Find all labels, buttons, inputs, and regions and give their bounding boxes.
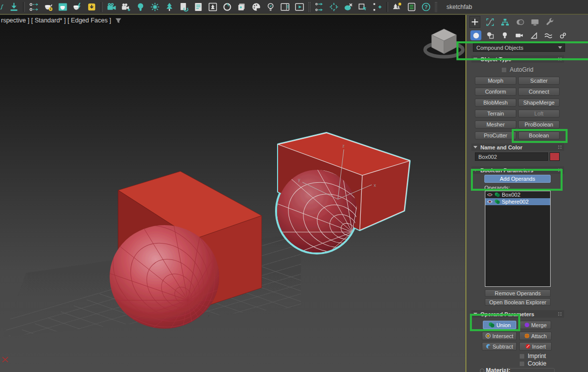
render-setup-icon[interactable] (43, 1, 54, 12)
intersect-label: Intersect (492, 333, 513, 339)
terrain-button[interactable]: Terrain (475, 110, 516, 118)
tab-hierarchy[interactable] (499, 16, 510, 28)
category-geometry[interactable] (470, 30, 481, 40)
quick-render-icon[interactable] (72, 1, 83, 12)
attach-label: Attach (531, 333, 547, 339)
viewport[interactable]: z x y rspective ] [ Standard* ] [ Edged … (0, 15, 466, 372)
proboolean-button[interactable]: ProBoolean (518, 121, 560, 128)
boolean-button[interactable]: Boolean (518, 131, 560, 139)
rollout-boolean-parameters[interactable]: Boolean Parameters (471, 166, 564, 174)
sun-icon[interactable] (149, 1, 160, 12)
category-lights[interactable] (499, 30, 510, 40)
autogrid-checkbox[interactable] (501, 67, 507, 73)
play-window-icon[interactable] (294, 1, 305, 12)
union-button[interactable]: Union (483, 321, 516, 329)
eye-icon[interactable] (487, 192, 493, 197)
tab-motion[interactable] (514, 16, 525, 28)
eye-icon[interactable] (487, 199, 493, 204)
category-cameras[interactable] (514, 30, 525, 40)
rendered-frame-window-icon[interactable] (57, 1, 68, 12)
state-sets-icon[interactable] (86, 1, 97, 12)
scatter-button[interactable]: Scatter (518, 77, 560, 85)
intersect-button[interactable]: Intersect (482, 332, 517, 340)
idea-bulb-icon[interactable] (265, 1, 276, 12)
ui-window-icon[interactable] (280, 1, 291, 12)
tree-icon[interactable] (164, 1, 175, 12)
rollout-name-and-color[interactable]: Name and Color (471, 143, 564, 151)
batch-render-icon[interactable] (178, 1, 189, 12)
viewport-scene[interactable]: z x y (0, 15, 465, 372)
notes-icon[interactable] (406, 1, 417, 12)
material-radio[interactable] (480, 369, 484, 372)
viewport-label[interactable]: rspective ] [ Standard* ] [ Edged Faces … (1, 17, 122, 24)
union-icon (488, 322, 495, 328)
rollout-title: Object Type (480, 56, 511, 62)
help-icon[interactable]: ? (421, 1, 432, 12)
mesher-button[interactable]: Mesher (475, 121, 516, 128)
tab-utilities[interactable] (544, 16, 555, 28)
open-boolean-explorer-button[interactable]: Open Boolean Explorer (485, 298, 551, 306)
operands-list[interactable]: Box002 Sphere002 (485, 191, 551, 287)
create-category-row (470, 30, 568, 40)
insert-button[interactable]: Insert (519, 342, 552, 351)
box-select-icon[interactable] (357, 1, 368, 12)
add-operands-button[interactable]: Add Operands (484, 175, 551, 183)
palette-icon[interactable] (251, 1, 262, 12)
procutter-button[interactable]: ProCutter (475, 131, 516, 139)
pixel-move-icon[interactable] (372, 1, 383, 12)
fire-ring-icon[interactable] (222, 1, 233, 12)
tab-create[interactable] (469, 16, 480, 28)
focus-target-icon[interactable] (328, 1, 339, 12)
imprint-checkbox[interactable] (519, 354, 525, 359)
conform-button[interactable]: Conform (475, 88, 516, 96)
autogrid-label: AutoGrid (510, 66, 533, 73)
category-shapes[interactable] (485, 30, 496, 40)
object-category-dropdown[interactable]: Compound Objects (473, 43, 565, 52)
rollout-object-type[interactable]: Object Type (471, 55, 564, 63)
operand-name: Sphere002 (502, 199, 529, 205)
layers-icon[interactable] (236, 1, 247, 12)
video-camera-icon[interactable] (106, 1, 117, 12)
tab-modify[interactable] (484, 16, 495, 28)
subtract-icon (486, 344, 491, 349)
light-bulb-icon[interactable] (135, 1, 146, 12)
subtract-button[interactable]: Subtract (482, 342, 517, 351)
insert-icon (525, 344, 531, 349)
toolbar-separator (101, 2, 103, 12)
cookie-checkbox[interactable] (519, 361, 525, 367)
category-spacewarps[interactable] (543, 30, 554, 40)
sphere-deform-icon[interactable] (343, 1, 354, 12)
rollout-arrow-icon (473, 169, 477, 171)
command-panel: Compound Objects Object Type AutoGrid Mo… (466, 15, 588, 372)
tab-display[interactable] (529, 16, 540, 28)
forest-alert-icon[interactable] (392, 1, 403, 12)
loft-button[interactable]: Loft (518, 110, 560, 118)
blobmesh-button[interactable]: BlobMesh (475, 99, 516, 107)
object-color-swatch[interactable] (550, 152, 560, 161)
shapemerge-button[interactable]: ShapeMerge (518, 99, 560, 107)
plant-box-icon[interactable] (207, 1, 218, 12)
operand-row-sphere002[interactable]: Sphere002 (485, 198, 550, 205)
transform-gizmo-icon[interactable] (314, 1, 325, 12)
snapshot-icon[interactable] (28, 1, 39, 12)
toolbar-separator (23, 2, 25, 12)
add-camera-icon[interactable] (121, 1, 132, 12)
viewcube[interactable] (425, 29, 463, 57)
category-systems[interactable] (557, 30, 568, 40)
script-list-icon[interactable] (193, 1, 204, 12)
connect-button[interactable]: Connect (518, 88, 560, 96)
morph-button[interactable]: Morph (475, 77, 516, 85)
import-icon[interactable] (8, 1, 19, 12)
filter-icon[interactable] (115, 17, 122, 24)
viewport-label-text[interactable]: rspective ] [ Standard* ] [ Edged Faces … (1, 17, 111, 24)
remove-operands-button[interactable]: Remove Operands (485, 289, 551, 297)
category-helpers[interactable] (528, 30, 539, 40)
merge-button[interactable]: Merge (520, 321, 551, 329)
operand-row-box002[interactable]: Box002 (485, 191, 550, 198)
sketchfab-menu-label[interactable]: sketchfab (446, 3, 472, 10)
curve-icon[interactable] (0, 1, 5, 12)
rollout-grip-icon (558, 168, 562, 172)
rollout-operand-parameters[interactable]: Operand Parameters (471, 310, 564, 318)
attach-button[interactable]: Attach (519, 332, 552, 340)
object-name-field[interactable]: Box002 (475, 152, 548, 161)
